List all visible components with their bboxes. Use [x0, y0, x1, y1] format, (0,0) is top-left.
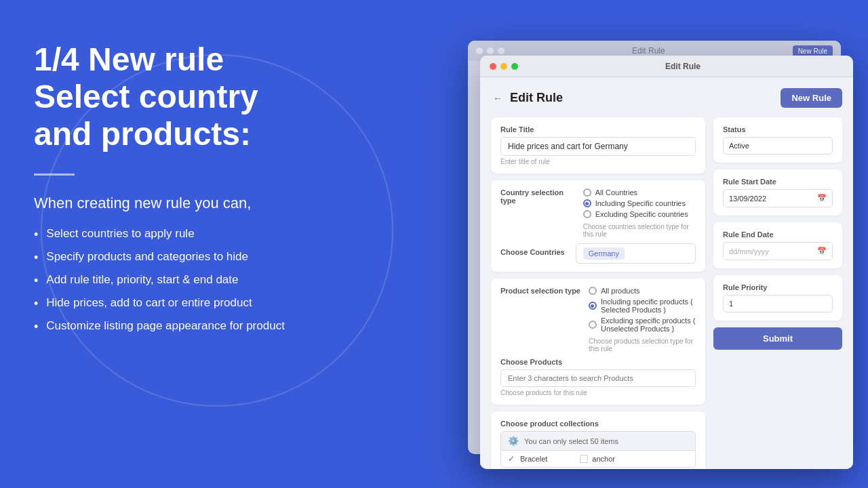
bg-new-rule-btn: New Rule	[793, 45, 833, 57]
divider	[34, 174, 75, 176]
country-option-including[interactable]: Including Specific countries	[583, 199, 696, 207]
priority-card: Rule Priority	[713, 275, 842, 321]
collection-anchor-row[interactable]: anchor	[580, 455, 615, 463]
rule-title-card: Rule Title Enter title of rule	[491, 117, 705, 174]
product-option-all[interactable]: All products	[589, 287, 696, 295]
collection-items: ✓ Bracelet anchor	[500, 451, 696, 468]
product-option-excluding[interactable]: Excluding specific products ( Unselected…	[589, 317, 696, 333]
window-title: Edit Rule	[522, 62, 844, 71]
left-panel: 1/4 New rule Select country and products…	[0, 0, 434, 488]
priority-input[interactable]	[723, 295, 833, 312]
calendar-icon-end: 📅	[817, 247, 827, 256]
status-card: Status Active Inactive	[713, 117, 842, 163]
submit-button[interactable]: Submit	[713, 327, 842, 350]
product-radio-group: All products Including specific products…	[589, 287, 696, 352]
product-search-hint: Choose products for this rule	[500, 389, 696, 396]
dot-red	[490, 63, 496, 70]
country-option-all[interactable]: All Countries	[583, 188, 696, 197]
bullet-3: Add rule title, priority, start & end da…	[34, 273, 400, 288]
country-type-hint: Choose countries selection type for this…	[583, 223, 696, 238]
end-date-card: Rule End Date dd/mm/yyyy 📅	[713, 222, 842, 268]
country-selection-card: Country selection type All Countries Inc…	[491, 180, 705, 272]
subtitle: When creating new rule you can,	[34, 195, 400, 212]
bullet-1: Select countries to apply rule	[34, 227, 400, 242]
bullet-list: Select countries to apply rule Specify p…	[34, 227, 400, 334]
collection-notice-text: You can only select 50 items	[524, 437, 618, 445]
germany-tag[interactable]: Germany	[583, 247, 625, 260]
country-option-excluding[interactable]: Excluding Specific countries	[583, 210, 696, 218]
product-type-hint: Choose products selection type for this …	[589, 338, 696, 352]
collection-notice: ⚙️ You can only select 50 items	[500, 431, 696, 451]
end-date-value: dd/mm/yyyy	[729, 247, 769, 256]
radio-all-countries	[583, 188, 591, 197]
collections-label: Choose product collections	[500, 420, 696, 428]
right-panel: Edit Rule New Rule Edit Rule ← Edit Rule…	[468, 41, 848, 474]
form-left-col: Rule Title Enter title of rule Country s…	[491, 117, 705, 469]
start-date-label: Rule Start Date	[723, 178, 833, 186]
collection-row-bracelet[interactable]: ✓ Bracelet anchor	[501, 451, 695, 467]
product-type-label: Product selection type	[500, 287, 580, 295]
browser-main-window: Edit Rule ← Edit Rule New Rule Rule Titl…	[480, 56, 853, 469]
page-title: Edit Rule	[510, 91, 563, 105]
check-bracelet-icon: ✓	[508, 454, 515, 464]
browser-titlebar: Edit Rule	[480, 56, 853, 77]
new-rule-button[interactable]: New Rule	[781, 88, 842, 108]
checkbox-anchor-icon	[580, 455, 588, 463]
browser-content: ← Edit Rule New Rule Rule Title Enter ti…	[480, 77, 853, 469]
rule-title-label: Rule Title	[500, 125, 696, 134]
bg-dot-2	[487, 47, 494, 54]
choose-countries-label: Choose Countries	[500, 248, 565, 256]
main-title: 1/4 New rule Select country and products…	[34, 41, 400, 153]
collection-anchor-label: anchor	[592, 455, 615, 463]
gear-icon: ⚙️	[508, 436, 519, 446]
main-grid: Rule Title Enter title of rule Country s…	[491, 117, 842, 469]
edit-rule-header: ← Edit Rule New Rule	[491, 88, 842, 108]
back-arrow-icon[interactable]: ←	[491, 92, 505, 105]
radio-including-countries	[583, 199, 591, 207]
country-input-wrap[interactable]: Germany	[576, 243, 696, 264]
bg-dot-1	[476, 47, 483, 54]
choose-products-label: Choose Products	[500, 358, 696, 366]
rule-title-input[interactable]	[500, 137, 696, 156]
radio-excluding-countries	[583, 210, 591, 218]
bg-dot-3	[498, 47, 505, 54]
end-date-input[interactable]: dd/mm/yyyy 📅	[723, 242, 833, 260]
rule-title-hint: Enter title of rule	[500, 158, 696, 165]
collection-bracelet-label: Bracelet	[520, 455, 547, 463]
calendar-icon: 📅	[817, 194, 827, 203]
collections-card: Choose product collections ⚙️ You can on…	[491, 411, 705, 469]
radio-all-products	[589, 287, 597, 295]
dot-green	[511, 63, 518, 70]
form-right-col: Status Active Inactive Rule Start Date 1…	[713, 117, 842, 469]
start-date-card: Rule Start Date 13/09/2022 📅	[713, 169, 842, 216]
status-label: Status	[723, 125, 833, 134]
product-selection-card: Product selection type All products Incl…	[491, 279, 705, 405]
bg-window-title: Edit Rule	[509, 46, 789, 56]
priority-label: Rule Priority	[723, 283, 833, 291]
bullet-5: Customize listing page appearance for pr…	[34, 319, 400, 334]
dot-yellow	[500, 63, 507, 70]
radio-excluding-products	[589, 321, 597, 329]
end-date-label: Rule End Date	[723, 230, 833, 239]
edit-rule-title: ← Edit Rule	[491, 91, 563, 105]
country-type-label: Country selection type	[500, 188, 570, 205]
radio-including-products	[589, 302, 597, 310]
product-search-input[interactable]	[500, 369, 696, 387]
start-date-value: 13/09/2022	[729, 195, 766, 203]
status-select[interactable]: Active Inactive	[723, 137, 833, 155]
country-radio-group: All Countries Including Specific countri…	[583, 188, 696, 238]
bullet-4: Hide prices, add to cart or entire produ…	[34, 296, 400, 311]
start-date-input[interactable]: 13/09/2022 📅	[723, 189, 833, 207]
product-option-including[interactable]: Including specific products ( Selected P…	[589, 298, 696, 314]
bullet-2: Specify products and categories to hide	[34, 250, 400, 265]
